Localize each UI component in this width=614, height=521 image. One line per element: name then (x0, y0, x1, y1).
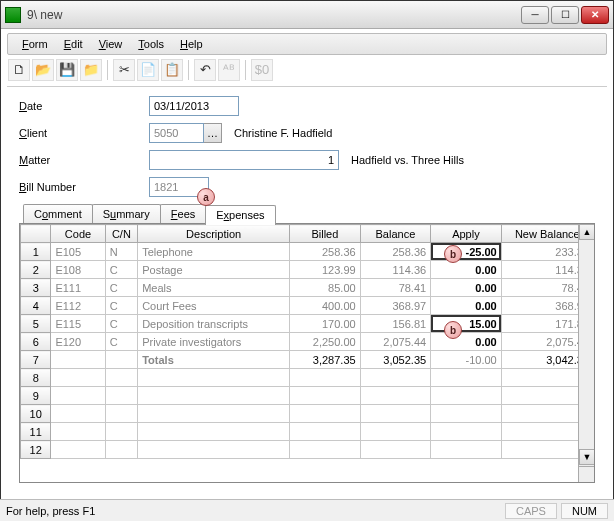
cell-description[interactable]: Totals (138, 351, 290, 369)
open-icon[interactable]: 📂 (32, 59, 54, 81)
cell-balance[interactable]: 156.81 (360, 315, 431, 333)
cell-code[interactable] (51, 423, 105, 441)
row-header[interactable]: 4 (21, 297, 51, 315)
cell-apply[interactable]: 0.00 (431, 279, 502, 297)
cell-description[interactable] (138, 423, 290, 441)
cell-apply[interactable]: -25.00 (431, 243, 502, 261)
scroll-down-icon[interactable]: ▼ (579, 449, 595, 465)
cell-balance[interactable]: 368.97 (360, 297, 431, 315)
cell-cn[interactable]: C (105, 261, 138, 279)
cell-cn[interactable] (105, 441, 138, 459)
table-row[interactable]: 12 (21, 441, 594, 459)
table-row[interactable]: 6E120CPrivate investigators2,250.002,075… (21, 333, 594, 351)
cell-code[interactable] (51, 369, 105, 387)
row-header[interactable]: 3 (21, 279, 51, 297)
table-row[interactable]: 3E111CMeals85.0078.410.0078.41 (21, 279, 594, 297)
cell-billed[interactable] (290, 369, 361, 387)
table-row[interactable]: 9 (21, 387, 594, 405)
cell-description[interactable]: Court Fees (138, 297, 290, 315)
copy-icon[interactable]: 📄 (137, 59, 159, 81)
cell-billed[interactable] (290, 387, 361, 405)
cell-apply[interactable] (431, 423, 502, 441)
cell-description[interactable] (138, 369, 290, 387)
menu-form[interactable]: Form (14, 36, 56, 52)
cell-code[interactable] (51, 351, 105, 369)
cell-balance[interactable] (360, 423, 431, 441)
cell-code[interactable] (51, 405, 105, 423)
row-header[interactable]: 9 (21, 387, 51, 405)
cell-billed[interactable]: 123.99 (290, 261, 361, 279)
tab-expenses[interactable]: Expenses (205, 205, 275, 225)
tab-comment[interactable]: Comment (23, 204, 93, 224)
vertical-scrollbar[interactable]: ▲ ▼ (578, 224, 594, 482)
row-header[interactable]: 10 (21, 405, 51, 423)
cell-code[interactable]: E112 (51, 297, 105, 315)
cell-balance[interactable]: 2,075.44 (360, 333, 431, 351)
cell-cn[interactable]: C (105, 315, 138, 333)
cell-apply[interactable]: 0.00 (431, 261, 502, 279)
header-billed[interactable]: Billed (290, 225, 361, 243)
table-row[interactable]: 1E105NTelephone258.36258.36-25.00233.36 (21, 243, 594, 261)
cell-cn[interactable]: C (105, 297, 138, 315)
cell-code[interactable]: E105 (51, 243, 105, 261)
cell-billed[interactable]: 400.00 (290, 297, 361, 315)
matter-input[interactable] (149, 150, 339, 170)
table-row[interactable]: 11 (21, 423, 594, 441)
new-icon[interactable]: 🗋 (8, 59, 30, 81)
close-button[interactable]: ✕ (581, 6, 609, 24)
header-balance[interactable]: Balance (360, 225, 431, 243)
header-code[interactable]: Code (51, 225, 105, 243)
scroll-up-icon[interactable]: ▲ (579, 224, 595, 240)
cell-cn[interactable] (105, 387, 138, 405)
cell-code[interactable]: E120 (51, 333, 105, 351)
cell-cn[interactable]: N (105, 243, 138, 261)
cell-balance[interactable]: 258.36 (360, 243, 431, 261)
cell-billed[interactable]: 170.00 (290, 315, 361, 333)
cell-description[interactable]: Deposition transcripts (138, 315, 290, 333)
save-icon[interactable]: 💾 (56, 59, 78, 81)
cell-balance[interactable] (360, 369, 431, 387)
cell-apply[interactable] (431, 387, 502, 405)
folder-icon[interactable]: 📁 (80, 59, 102, 81)
cell-billed[interactable] (290, 405, 361, 423)
cell-balance[interactable] (360, 441, 431, 459)
paste-icon[interactable]: 📋 (161, 59, 183, 81)
dollar-icon[interactable]: $0 (251, 59, 273, 81)
cell-cn[interactable] (105, 423, 138, 441)
row-header[interactable]: 12 (21, 441, 51, 459)
cell-billed[interactable]: 85.00 (290, 279, 361, 297)
cell-apply[interactable]: 15.00 (431, 315, 502, 333)
menu-edit[interactable]: Edit (56, 36, 91, 52)
cell-apply[interactable] (431, 405, 502, 423)
client-code-input[interactable] (149, 123, 204, 143)
cell-description[interactable]: Postage (138, 261, 290, 279)
cell-code[interactable]: E111 (51, 279, 105, 297)
cell-cn[interactable] (105, 369, 138, 387)
minimize-button[interactable]: ─ (521, 6, 549, 24)
menu-help[interactable]: Help (172, 36, 211, 52)
header-apply[interactable]: Apply (431, 225, 502, 243)
cell-code[interactable] (51, 387, 105, 405)
row-header[interactable]: 6 (21, 333, 51, 351)
cell-balance[interactable] (360, 387, 431, 405)
header-description[interactable]: Description (138, 225, 290, 243)
cell-description[interactable] (138, 405, 290, 423)
spellcheck-icon[interactable]: ᴬᴮ (218, 59, 240, 81)
cell-apply[interactable] (431, 369, 502, 387)
cell-apply[interactable]: 0.00 (431, 297, 502, 315)
cell-description[interactable]: Meals (138, 279, 290, 297)
cell-description[interactable] (138, 387, 290, 405)
cell-balance[interactable]: 3,052.35 (360, 351, 431, 369)
row-header[interactable]: 1 (21, 243, 51, 261)
table-row[interactable]: 7Totals3,287.353,052.35-10.003,042.35 (21, 351, 594, 369)
cell-billed[interactable] (290, 441, 361, 459)
cell-description[interactable] (138, 441, 290, 459)
row-header[interactable]: 2 (21, 261, 51, 279)
cell-apply[interactable] (431, 441, 502, 459)
row-header[interactable]: 11 (21, 423, 51, 441)
cell-balance[interactable]: 78.41 (360, 279, 431, 297)
cell-description[interactable]: Telephone (138, 243, 290, 261)
cell-balance[interactable]: 114.36 (360, 261, 431, 279)
cell-cn[interactable] (105, 351, 138, 369)
row-header[interactable]: 5 (21, 315, 51, 333)
